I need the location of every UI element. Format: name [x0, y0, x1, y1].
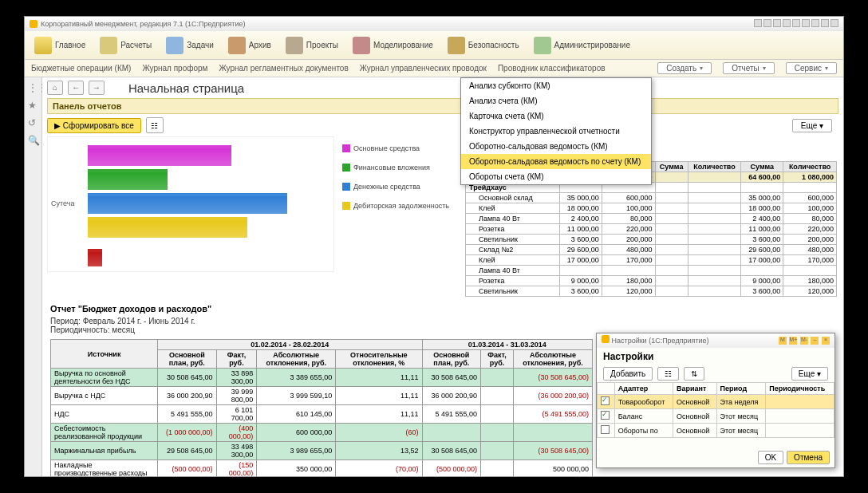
link[interactable]: Журнал проформ — [142, 64, 207, 73]
popup-heading: Настройки — [597, 348, 834, 365]
link[interactable]: Журнал управленческих проводок — [360, 64, 487, 73]
toolbar-Задачи[interactable]: Задачи — [160, 35, 220, 56]
main-toolbar: ГлавноеРасчетыЗадачиАрхивПроектыМоделиро… — [25, 31, 843, 60]
vertical-toolbar[interactable]: ⋮⋮ ★ ↺ 🔍 — [25, 77, 42, 476]
toolbar-Моделирование[interactable]: Моделирование — [346, 35, 440, 56]
m-plus-icon[interactable]: M+ — [789, 337, 797, 345]
toolbar-Расчеты[interactable]: Расчеты — [93, 35, 158, 56]
panel-header: Панель отчетов — [47, 98, 838, 114]
popup-window-controls[interactable]: M M+ M- – × — [778, 335, 830, 346]
dropdown-item[interactable]: Оборотно-сальдовая ведомость (КМ) — [461, 139, 651, 154]
link[interactable]: Журнал регламентных документов — [219, 64, 348, 73]
close-icon[interactable]: × — [822, 337, 830, 345]
reports-dropdown[interactable]: Анализ субконто (КМ)Анализ счета (КМ)Кар… — [460, 77, 652, 185]
settings-popup: Настройки (1С:Предприятие) M M+ M- – × Н… — [596, 333, 835, 468]
chart-bar — [88, 217, 247, 238]
m-minus-icon[interactable]: M- — [800, 337, 808, 345]
link[interactable]: Бюджетные операции (КМ) — [31, 64, 131, 73]
legend-item: Денежные средства — [342, 183, 449, 191]
toolbar-Администрирование[interactable]: Администрирование — [527, 35, 637, 56]
settings-row[interactable]: Обороты поОсновнойЭтот месяц — [598, 424, 834, 438]
dropdown-item[interactable]: Конструктор управленческой отчетности — [461, 124, 651, 139]
dropdown-item[interactable]: Анализ счета (КМ) — [461, 93, 651, 108]
history-icon[interactable]: ↺ — [28, 117, 39, 128]
more-button[interactable]: Еще ▾ — [792, 119, 832, 132]
Отчеты-button[interactable]: Отчеты ▾ — [723, 62, 775, 74]
report-period: Период: Февраль 2014 г. - Июнь 2014 г. — [42, 317, 843, 325]
popup-more-button[interactable]: Еще ▾ — [791, 367, 828, 381]
settings-row[interactable]: БалансОсновнойЭтот месяц — [598, 409, 834, 424]
forward-button[interactable]: → — [89, 81, 105, 95]
titlebar: Корпоративный менеджмент, редакция 7.1 (… — [25, 17, 843, 31]
chart-settings-button[interactable]: ☷ — [146, 117, 164, 133]
app-icon — [30, 20, 37, 28]
chart-bar — [88, 169, 168, 190]
Сервис-button[interactable]: Сервис ▾ — [786, 62, 837, 74]
toolbar-Безопасность[interactable]: Безопасность — [441, 35, 526, 56]
chart-legend: Основные средстваФинансовые вложенияДене… — [342, 136, 449, 272]
page-title: Начальная страница — [128, 81, 244, 95]
home-icon[interactable]: ⌂ — [47, 81, 63, 95]
link[interactable]: Проводник классификаторов — [498, 64, 606, 73]
settings-table[interactable]: АдаптерВариантПериодПериодичностьТовароо… — [597, 382, 834, 438]
chart-axis-label: Сутеча — [51, 199, 74, 207]
dropdown-item[interactable]: Оборотно-сальдовая ведомость по счету (К… — [461, 154, 651, 169]
ok-button[interactable]: OK — [758, 451, 783, 464]
toolbar-Главное[interactable]: Главное — [28, 35, 92, 56]
legend-item: Финансовые вложения — [342, 164, 449, 172]
dropdown-item[interactable]: Карточка счета (КМ) — [461, 108, 651, 124]
settings-row[interactable]: ТоварооборотОсновнойЭта неделя — [598, 395, 834, 409]
sub-toolbar: Бюджетные операции (КМ)Журнал проформЖур… — [25, 60, 843, 77]
grid-icon[interactable]: ⋮⋮ — [28, 82, 39, 93]
min-icon[interactable]: – — [811, 337, 819, 345]
form-all-button[interactable]: ▶ Сформировать все — [47, 118, 141, 133]
popup-icon-2[interactable]: ⇅ — [684, 367, 704, 381]
dropdown-item[interactable]: Анализ субконто (КМ) — [461, 78, 651, 93]
report-title: Отчет "Бюджет доходов и расходов" — [42, 301, 843, 317]
chart-bar — [88, 145, 231, 166]
toolbar-Архив[interactable]: Архив — [222, 35, 278, 56]
back-button[interactable]: ← — [68, 81, 84, 95]
dropdown-item[interactable]: Обороты счета (КМ) — [461, 169, 651, 184]
legend-item: Дебиторская задолженность — [342, 202, 449, 210]
star-icon[interactable]: ★ — [28, 100, 39, 111]
Создать-button[interactable]: Создать ▾ — [657, 62, 712, 74]
popup-icon-1[interactable]: ☷ — [657, 367, 679, 381]
legend-item: Основные средства — [342, 144, 449, 152]
bar-chart: Сутеча — [47, 136, 334, 272]
window-controls[interactable] — [752, 19, 838, 29]
search-icon[interactable]: 🔍 — [28, 135, 39, 146]
toolbar-Проекты[interactable]: Проекты — [279, 35, 345, 56]
add-button[interactable]: Добавить — [603, 367, 653, 381]
m-icon[interactable]: M — [779, 337, 787, 345]
chart-bar — [88, 249, 102, 266]
chart-bar — [88, 193, 287, 214]
cancel-button[interactable]: Отмена — [787, 451, 830, 464]
